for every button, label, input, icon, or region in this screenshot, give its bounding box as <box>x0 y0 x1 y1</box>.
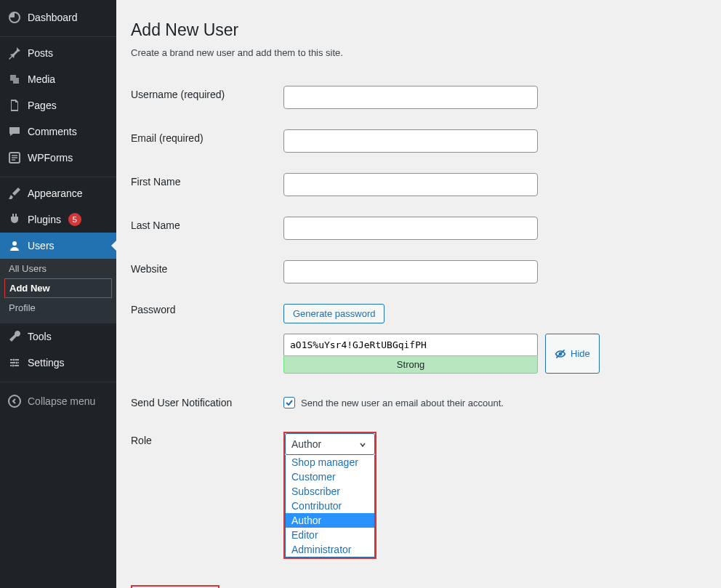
password-label: Password <box>131 294 283 384</box>
sidebar-item-dashboard[interactable]: Dashboard <box>0 4 116 31</box>
pin-icon <box>7 46 22 60</box>
lastname-input[interactable] <box>283 217 538 240</box>
lastname-label: Last Name <box>131 206 283 250</box>
media-icon <box>7 72 22 86</box>
username-input[interactable] <box>283 86 538 109</box>
sidebar-item-label: Appearance <box>28 188 83 199</box>
svg-point-4 <box>12 365 15 367</box>
role-option-editor[interactable]: Editor <box>286 528 374 542</box>
role-option-administrator[interactable]: Administrator <box>286 542 374 557</box>
sidebar-item-label: Tools <box>28 331 52 342</box>
role-option-contributor[interactable]: Contributor <box>286 499 374 513</box>
role-option-author[interactable]: Author <box>286 513 374 528</box>
sidebar-item-settings[interactable]: Settings <box>0 350 116 376</box>
user-icon <box>7 238 22 253</box>
main-content: Add New User Create a brand new user and… <box>116 0 721 588</box>
wrench-icon <box>7 329 22 344</box>
sidebar-item-label: Users <box>28 240 55 251</box>
firstname-input[interactable] <box>283 173 538 196</box>
svg-point-5 <box>9 395 20 407</box>
notify-checkbox[interactable] <box>283 397 295 408</box>
svg-point-1 <box>12 241 17 246</box>
website-label: Website <box>131 250 283 294</box>
page-description: Create a brand new user and add them to … <box>131 47 706 58</box>
password-input[interactable] <box>283 334 538 355</box>
sidebar-item-users[interactable]: Users <box>0 233 116 259</box>
notify-text: Send the new user an email about their a… <box>301 398 504 408</box>
sidebar-item-label: WPForms <box>28 152 73 164</box>
update-badge: 5 <box>68 213 81 226</box>
role-option-customer[interactable]: Customer <box>286 470 374 484</box>
sidebar-item-label: Media <box>28 73 55 85</box>
sidebar-item-wpforms[interactable]: WPForms <box>0 145 116 171</box>
admin-sidebar: Dashboard Posts Media Pages Comments WPF… <box>0 0 116 588</box>
plugin-icon <box>7 212 22 227</box>
email-input[interactable] <box>283 129 538 153</box>
form-icon <box>7 150 22 165</box>
sidebar-item-appearance[interactable]: Appearance <box>0 180 116 206</box>
sidebar-item-label: Settings <box>28 357 65 368</box>
role-option-shop-manager[interactable]: Shop manager <box>286 455 374 470</box>
sidebar-item-tools[interactable]: Tools <box>0 323 116 350</box>
role-dropdown: Shop manager Customer Subscriber Contrib… <box>285 455 375 557</box>
username-label: Username (required) <box>131 76 283 119</box>
role-select[interactable]: Author <box>285 433 375 455</box>
collapse-icon <box>7 394 22 408</box>
page-title: Add New User <box>131 20 706 40</box>
notify-label: Send User Notification <box>131 384 283 422</box>
sidebar-item-label: Posts <box>28 47 53 59</box>
sidebar-item-plugins[interactable]: Plugins 5 <box>0 206 116 233</box>
sidebar-item-comments[interactable]: Comments <box>0 118 116 145</box>
chevron-down-icon <box>358 440 367 449</box>
sidebar-item-label: Comments <box>28 126 77 137</box>
svg-point-3 <box>16 362 18 364</box>
comment-icon <box>7 124 22 139</box>
sidebar-item-label: Pages <box>28 100 57 111</box>
email-label: Email (required) <box>131 119 283 163</box>
settings-icon <box>7 355 22 370</box>
collapse-label: Collapse menu <box>28 395 95 407</box>
sidebar-item-media[interactable]: Media <box>0 66 116 92</box>
role-option-subscriber[interactable]: Subscriber <box>286 484 374 499</box>
svg-point-2 <box>13 359 15 361</box>
sidebar-item-label: Dashboard <box>28 12 78 23</box>
website-input[interactable] <box>283 260 538 283</box>
collapse-menu[interactable]: Collapse menu <box>0 388 116 414</box>
submenu-item-profile[interactable]: Profile <box>0 298 116 318</box>
dashboard-icon <box>7 10 22 25</box>
sidebar-item-posts[interactable]: Posts <box>0 40 116 66</box>
sidebar-item-label: Plugins <box>28 214 61 225</box>
submenu-item-all-users[interactable]: All Users <box>0 259 116 278</box>
hide-password-button[interactable]: Hide <box>545 334 600 374</box>
password-strength: Strong <box>283 355 538 374</box>
generate-password-button[interactable]: Generate password <box>283 304 384 323</box>
submenu-item-add-new[interactable]: Add New <box>4 278 112 298</box>
eye-off-icon <box>555 348 566 360</box>
sidebar-item-pages[interactable]: Pages <box>0 92 116 118</box>
page-icon <box>7 98 22 113</box>
role-label: Role <box>131 422 283 569</box>
users-submenu: All Users Add New Profile <box>0 259 116 323</box>
brush-icon <box>7 186 22 201</box>
notify-checkbox-wrap[interactable]: Send the new user an email about their a… <box>283 397 706 408</box>
role-select-wrap: Author Shop manager Customer Subscriber … <box>283 432 376 559</box>
firstname-label: First Name <box>131 163 283 206</box>
